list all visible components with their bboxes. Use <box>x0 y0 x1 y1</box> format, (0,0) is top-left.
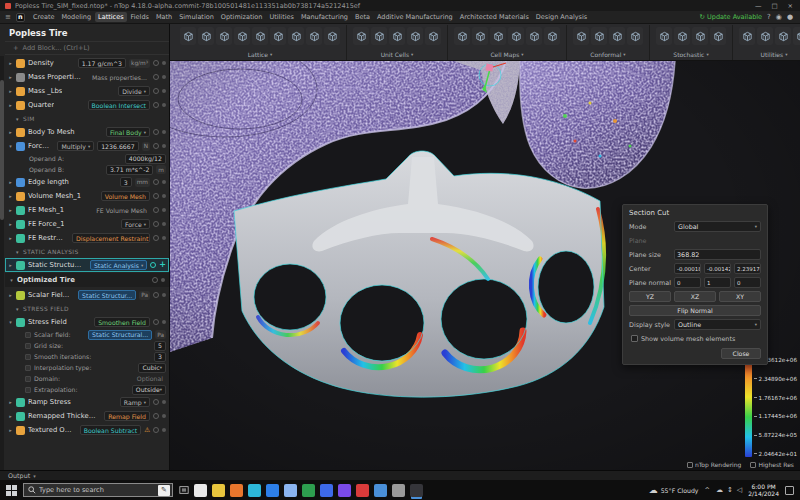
block-row-quarter[interactable]: ▸QuarterBoolean Intersect <box>5 98 169 112</box>
stochastic-tool-icon[interactable] <box>674 27 690 45</box>
xy-button[interactable]: XY <box>719 291 761 302</box>
visibility-icon[interactable] <box>153 399 159 405</box>
caret-icon[interactable]: ▸ <box>8 74 13 80</box>
task-view-button[interactable] <box>178 485 189 495</box>
taskbar-app-icon[interactable] <box>320 484 333 497</box>
section-header-sim[interactable]: ▾SIM <box>5 113 169 125</box>
maximize-button[interactable]: □ <box>771 2 777 10</box>
stochastic-tool-icon[interactable] <box>656 27 672 45</box>
resolution-indicator[interactable]: Highest Res <box>750 461 794 468</box>
value-field[interactable]: 1236.6667 <box>97 141 138 151</box>
taskbar-app-icon[interactable] <box>392 484 405 497</box>
yz-button[interactable]: YZ <box>629 291 671 302</box>
caret-icon[interactable]: ▾ <box>8 143 13 149</box>
visibility-icon[interactable] <box>153 143 159 149</box>
scrollbar-thumb[interactable] <box>0 80 4 220</box>
taskbar-app-icon[interactable] <box>374 484 387 497</box>
unit-cells-tool-icon[interactable] <box>407 27 423 45</box>
visibility-icon[interactable] <box>153 427 159 433</box>
add-block-input[interactable]: + Add Block... (Ctrl+L) <box>5 41 169 55</box>
utilities-tool-icon[interactable] <box>793 27 800 45</box>
block-chip[interactable]: Static Analysis▾ <box>90 260 147 270</box>
section-header-stress-field[interactable]: ▾STRESS FIELD <box>5 303 169 315</box>
sidebar-scrollbar[interactable] <box>0 56 4 470</box>
close-button[interactable]: × <box>788 2 793 10</box>
cell-maps-group-label[interactable]: Cell Maps▾ <box>454 51 560 59</box>
tray-expand-button[interactable]: ^ <box>705 486 710 494</box>
taskbar-search-input[interactable]: Type here to search ✎ <box>23 483 173 497</box>
caret-icon[interactable]: ▸ <box>8 207 13 213</box>
caret-icon[interactable]: ▸ <box>8 413 13 419</box>
property-value[interactable]: Optional <box>134 374 166 384</box>
taskbar-app-icon[interactable] <box>194 484 207 497</box>
group-header-optimized-tire[interactable]: ▾Optimized Tire <box>5 273 169 287</box>
block-chip[interactable]: Ramp▾ <box>120 397 150 407</box>
menu-tab-lattices[interactable]: Lattices <box>95 12 126 22</box>
lattice-tool-icon[interactable] <box>288 27 304 45</box>
hamburger-menu-icon[interactable]: ≡ <box>5 13 11 21</box>
mode-dropdown[interactable]: Global ▾ <box>674 221 761 232</box>
block-row-static-structural-res[interactable]: ▸Static Structural Res...Static Analysis… <box>5 258 169 272</box>
block-chip[interactable]: Static Structur... <box>78 290 136 300</box>
stochastic-group-label[interactable]: Stochastic▾ <box>656 51 726 59</box>
lattice-group-label[interactable]: Lattice▾ <box>180 51 340 59</box>
block-chip[interactable]: Displacement Restraint <box>72 233 150 243</box>
block-row-force-per-rover-wheel[interactable]: ▾Force per rover wheelMultiply▾1236.6667… <box>5 139 169 153</box>
unit-cells-tool-icon[interactable] <box>425 27 441 45</box>
flip-normal-button[interactable]: Flip Normal <box>629 305 761 316</box>
visibility-icon[interactable] <box>153 74 159 80</box>
stochastic-tool-icon[interactable] <box>692 27 708 45</box>
value-field[interactable]: 3 <box>120 177 132 187</box>
cell-maps-tool-icon[interactable] <box>490 27 506 45</box>
taskbar-clock[interactable]: 6:00 PM 2/14/2024 <box>748 483 779 497</box>
xz-button[interactable]: XZ <box>674 291 716 302</box>
taskbar-app-icon[interactable] <box>248 484 261 497</box>
caret-icon[interactable]: ▸ <box>8 179 13 185</box>
taskbar-app-icon[interactable] <box>410 484 423 497</box>
block-row-fe-restraint-1[interactable]: ▸FE Restraint_1Displacement Restraint <box>5 231 169 245</box>
menu-tab-fields[interactable]: Fields <box>128 12 152 22</box>
render-mode-indicator[interactable]: nTop Rendering <box>687 461 741 468</box>
menu-tab-beta[interactable]: Beta <box>352 12 373 22</box>
normal-y-input[interactable]: 1 <box>704 277 731 288</box>
property-value[interactable]: 5 <box>154 341 166 351</box>
plane-size-input[interactable]: 368.82 <box>674 249 761 260</box>
visibility-icon[interactable] <box>153 129 159 135</box>
show-volume-mesh-checkbox[interactable] <box>631 335 638 342</box>
cell-maps-tool-icon[interactable] <box>508 27 524 45</box>
add-icon[interactable]: + <box>159 261 166 269</box>
account-icon[interactable]: ◉ <box>776 13 782 21</box>
help-icon[interactable]: ? <box>767 13 771 21</box>
caret-icon[interactable]: ▸ <box>8 129 13 135</box>
visibility-icon[interactable] <box>153 235 159 241</box>
block-row-density[interactable]: ▸Density1.17 g/cm^3kg/m³ <box>5 56 169 70</box>
conformal-tool-icon[interactable] <box>591 27 607 45</box>
caret-icon[interactable]: ▸ <box>8 235 13 241</box>
block-chip[interactable]: FE Volume Mesh <box>93 205 150 215</box>
visibility-icon[interactable] <box>153 193 159 199</box>
conformal-tool-icon[interactable] <box>609 27 625 45</box>
unit-cells-tool-icon[interactable] <box>389 27 405 45</box>
utilities-tool-icon[interactable] <box>739 27 755 45</box>
caret-icon[interactable]: ▸ <box>8 427 13 433</box>
visibility-icon[interactable] <box>153 292 159 298</box>
cell-maps-tool-icon[interactable] <box>472 27 488 45</box>
block-chip[interactable]: Force▾ <box>121 219 150 229</box>
lattice-tool-icon[interactable] <box>234 27 250 45</box>
value-field[interactable]: 4000kg/12 <box>125 154 166 164</box>
lattice-tool-icon[interactable] <box>270 27 286 45</box>
center-x-input[interactable]: -0.00018999 <box>674 263 701 274</box>
block-row-ramp-stress[interactable]: ▸Ramp StressRamp▾ <box>5 395 169 409</box>
block-row-remapped-thicken[interactable]: ▸Remapped Thicken...Remap Field <box>5 409 169 423</box>
block-chip[interactable]: Multiply▾ <box>57 141 94 151</box>
caret-icon[interactable]: ▸ <box>8 88 13 94</box>
minimize-button[interactable]: — <box>755 2 762 10</box>
tray-icon[interactable]: ↕ <box>727 486 733 494</box>
block-row-body-to-mesh[interactable]: ▸Body To MeshFinal Body▾ <box>5 125 169 139</box>
update-available-button[interactable]: ↻ Update Available <box>700 13 762 21</box>
menu-tab-create[interactable]: Create <box>30 12 58 22</box>
block-chip[interactable]: Mass properties... <box>89 72 150 82</box>
block-chip[interactable]: Remap Field <box>104 411 150 421</box>
value-field[interactable]: 1.17 g/cm^3 <box>78 58 126 68</box>
property-value[interactable]: Outside▾ <box>132 385 166 395</box>
